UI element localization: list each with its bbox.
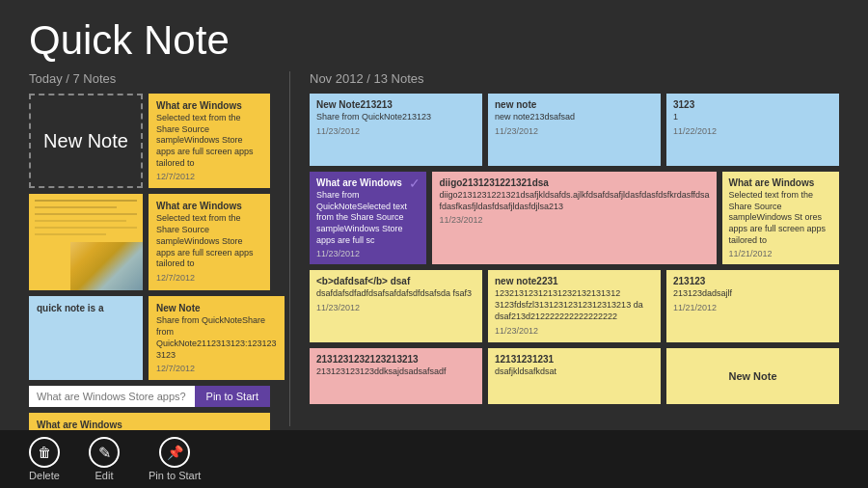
- note-title: What are Windows: [156, 100, 262, 111]
- section-divider: [289, 71, 290, 426]
- preview-line-6: [35, 233, 106, 235]
- new-note-card[interactable]: New Note: [29, 94, 143, 188]
- search-input[interactable]: [29, 386, 195, 407]
- pin-action[interactable]: 📌 Pin to Start: [149, 437, 201, 481]
- pin-to-start-button[interactable]: Pin to Start: [195, 386, 270, 407]
- note-body: Selected text from the Share Source samp…: [156, 213, 262, 269]
- note-card-r9[interactable]: 213123 213123dadsajlf 11/21/2012: [666, 270, 839, 342]
- note-card-r8[interactable]: new note2231 12321312312131232132131312 …: [488, 270, 661, 342]
- note-body: diigo2131231221321dsafjkldsafds.ajlkfdsa…: [439, 190, 709, 212]
- note-title: quick note is a: [37, 303, 135, 313]
- note-body: new note213dsafsad: [495, 112, 654, 123]
- note-card-r2[interactable]: new note new note213dsafsad 11/23/2012: [488, 94, 661, 166]
- note-date: 11/23/2012: [316, 303, 475, 312]
- note-card-r1[interactable]: New Note213213 Share from QuickNote21312…: [310, 94, 482, 166]
- note-body: 12321312312131232132131312 3123fdsfzl313…: [495, 288, 654, 322]
- note-card-left-3[interactable]: What are Windows Selected text from the …: [149, 194, 270, 290]
- preview-line-3: [35, 213, 137, 215]
- note-body: 213123dadsajlf: [673, 288, 832, 300]
- note-title: 2131231232123213213: [316, 354, 475, 365]
- edit-icon: ✎: [89, 437, 120, 468]
- note-body: dsafjkldsafkdsat: [495, 366, 654, 378]
- note-card-r4[interactable]: What are Windows Share from QuickNoteSel…: [310, 172, 426, 264]
- note-title: 213123: [673, 276, 832, 286]
- note-title: New Note: [728, 370, 776, 382]
- page-title: Quick Note: [0, 0, 868, 71]
- note-title: What are Windows: [729, 177, 832, 188]
- note-date: 11/23/2012: [316, 126, 475, 136]
- note-card-left-blue[interactable]: quick note is a: [29, 296, 143, 380]
- app-container: Quick Note Today / 7 Notes New Note What…: [0, 0, 868, 488]
- note-date: 11/23/2012: [495, 126, 654, 136]
- note-body: Selected text from the Share Source samp…: [156, 113, 262, 169]
- note-card-r7[interactable]: <b>dafdsaf</b> dsaf dsafdafsdfadfdsafsaf…: [310, 270, 482, 342]
- delete-action[interactable]: 🗑 Delete: [29, 437, 60, 481]
- note-card-preview[interactable]: [29, 194, 143, 290]
- note-body: Share from QuickNote213123: [316, 112, 475, 123]
- note-body: dsafdafsdfadfdsafsafdafsdfdsafsda fsaf3: [316, 288, 475, 300]
- preview-line-5: [35, 227, 137, 229]
- left-section-header: Today / 7 Notes: [29, 71, 270, 86]
- note-title: What are Windows: [156, 201, 262, 211]
- preview-decoration: [70, 242, 143, 290]
- note-title: New Note213213: [316, 99, 475, 110]
- note-date: 12/7/2012: [156, 364, 277, 373]
- note-date: 11/21/2012: [729, 249, 832, 258]
- new-note-label: New Note: [43, 130, 128, 152]
- edit-action[interactable]: ✎ Edit: [89, 437, 120, 481]
- note-title: New Note: [156, 303, 277, 313]
- right-section-header: Nov 2012 / 13 Notes: [310, 71, 839, 86]
- note-title: What are Windows: [37, 420, 262, 430]
- note-title: What are Windows: [316, 177, 420, 188]
- note-card-r11[interactable]: 12131231231 dsafjkldsafkdsat: [488, 348, 661, 404]
- delete-label: Delete: [29, 470, 60, 481]
- note-title: <b>dafdsaf</b> dsaf: [316, 276, 475, 286]
- pin-icon: 📌: [159, 437, 190, 468]
- bottom-bar: 🗑 Delete ✎ Edit 📌 Pin to Start: [0, 430, 868, 488]
- note-body: Share from QuickNoteShare from QuickNote…: [156, 315, 277, 361]
- note-body: 1: [673, 112, 832, 123]
- note-card-r3[interactable]: 3123 1 11/22/2012: [666, 94, 839, 166]
- note-date: 11/23/2012: [439, 215, 709, 225]
- note-date: 12/7/2012: [156, 273, 262, 283]
- pin-label: Pin to Start: [149, 470, 201, 481]
- note-title: diigo2131231221321dsa: [439, 177, 709, 188]
- edit-label: Edit: [95, 470, 114, 481]
- preview-line-4: [35, 220, 126, 222]
- note-card-left-2[interactable]: What are Windows Selected text from the …: [149, 94, 270, 188]
- note-card-r10[interactable]: 2131231232123213213 213123123123ddksajds…: [310, 348, 482, 404]
- note-card-left-4[interactable]: New Note Share from QuickNoteShare from …: [149, 296, 285, 380]
- note-card-r5[interactable]: diigo2131231221321dsa diigo2131231221321…: [432, 172, 716, 264]
- delete-icon: 🗑: [29, 437, 60, 468]
- note-card-r12[interactable]: New Note: [666, 348, 839, 404]
- note-title: new note2231: [495, 276, 654, 286]
- note-date: 11/22/2012: [673, 126, 832, 136]
- note-title: 12131231231: [495, 354, 654, 365]
- note-body: Selected text from the Share Source samp…: [729, 190, 832, 246]
- note-title: new note: [495, 99, 654, 110]
- note-date: 11/23/2012: [316, 249, 420, 258]
- preview-line-2: [35, 206, 117, 208]
- note-date: 11/21/2012: [673, 303, 832, 312]
- note-date: 11/23/2012: [495, 326, 654, 336]
- left-section: Today / 7 Notes New Note What are Window…: [29, 71, 270, 426]
- preview-line-1: [35, 200, 137, 202]
- note-body: 213123123123ddksajdsadsafsadf: [316, 366, 475, 378]
- checkmark-icon: ✓: [409, 176, 420, 191]
- note-date: 12/7/2012: [156, 172, 262, 181]
- note-title: 3123: [673, 99, 832, 110]
- right-section: Nov 2012 / 13 Notes New Note213213 Share…: [310, 71, 839, 426]
- note-card-r6[interactable]: What are Windows Selected text from the …: [722, 172, 839, 264]
- note-body: Share from QuickNoteSelected text from t…: [316, 190, 420, 246]
